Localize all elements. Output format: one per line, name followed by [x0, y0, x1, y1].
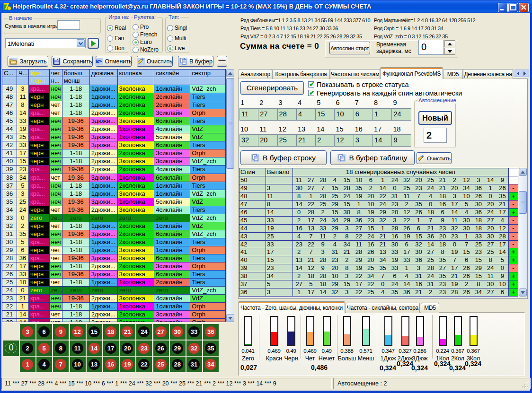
- history-table[interactable]: С...Ч...Кра...четбольшдюжинаколонкасикла…: [2, 69, 226, 322]
- tab-freq-chances[interactable]: Частота - Zero, шансы, дюжины, колонки: [238, 301, 345, 313]
- tab-md5[interactable]: MD5: [443, 69, 463, 79]
- felt-cell-21[interactable]: 21: [120, 324, 135, 340]
- felt-cell-18[interactable]: 18: [103, 324, 119, 340]
- felt-cell-4[interactable]: 4: [36, 357, 52, 372]
- tab-контроль-банкролла[interactable]: Контроль банкролла: [272, 69, 330, 79]
- radio-option-live[interactable]: Live: [167, 45, 185, 52]
- preset-combobox[interactable]: 1Melonati: [5, 38, 86, 48]
- felt-cell-20[interactable]: 20: [120, 341, 135, 356]
- close-button[interactable]: [519, 3, 529, 12]
- generated-table[interactable]: СпинВыпало18 сгенерированных случайных ч…: [239, 168, 518, 297]
- tab-деление-колеса-на[interactable]: Деление колеса на: [463, 69, 513, 79]
- tab-функционал-psevdoms[interactable]: Функционал PsevdoMS: [380, 67, 443, 79]
- radio-option-fan[interactable]: Fan: [107, 35, 124, 42]
- autospin-start-button[interactable]: Автоспин старт: [329, 42, 370, 54]
- felt-cell-1[interactable]: 1: [20, 357, 35, 372]
- radio-option-nozero[interactable]: NoZero: [133, 47, 159, 53]
- felt-cell-31[interactable]: 31: [186, 357, 202, 372]
- generate-each-spin-checkbox[interactable]: ✔: [308, 90, 314, 96]
- tab-md5-bottom[interactable]: MD5: [421, 303, 439, 313]
- felt-cell-17[interactable]: 17: [103, 341, 119, 356]
- tab-анализатор[interactable]: Анализатор: [239, 69, 272, 79]
- show-in-status-checkbox[interactable]: ✔: [308, 81, 314, 87]
- felt-cell-12[interactable]: 12: [70, 324, 86, 340]
- delay-input[interactable]: 0: [418, 40, 444, 55]
- tab-scroll-right-icon[interactable]: [523, 71, 527, 76]
- tab-scroll-arrows[interactable]: [514, 70, 529, 77]
- copy-table-button[interactable]: В буфер таблицу: [330, 150, 415, 165]
- minimize-button[interactable]: [498, 3, 508, 12]
- felt-cell-35[interactable]: 35: [203, 341, 219, 356]
- radio-option-multi[interactable]: Multi: [167, 35, 186, 42]
- felt-cell-2[interactable]: 2: [20, 341, 35, 356]
- felt-cell-11[interactable]: 11: [70, 341, 86, 356]
- combobox-dropdown-button[interactable]: [77, 39, 85, 47]
- felt-cell-6[interactable]: 6: [36, 324, 52, 340]
- scrollbar-up-button[interactable]: [226, 69, 234, 77]
- felt-cell-7[interactable]: 7: [53, 357, 69, 372]
- felt-cell-28[interactable]: 28: [170, 357, 186, 372]
- felt-cell-16[interactable]: 16: [103, 357, 119, 372]
- tab-freq-sixlines[interactable]: Частота - сиклайны, сектора: [346, 303, 420, 313]
- toolbar-button-save[interactable]: Сохранить: [52, 56, 93, 67]
- felt-cell-27[interactable]: 27: [153, 324, 169, 340]
- felt-cell-8[interactable]: 8: [53, 341, 69, 356]
- toolbar-button-copy[interactable]: В буфер: [178, 56, 213, 67]
- history-table-scrollbar[interactable]: [226, 69, 234, 322]
- toolbar-button-undo[interactable]: Отменить: [96, 56, 132, 67]
- felt-cell-30[interactable]: 30: [170, 324, 186, 340]
- felt-cell-14[interactable]: 14: [87, 341, 102, 356]
- radio-option-real[interactable]: Real: [107, 25, 126, 31]
- play-button[interactable]: [88, 38, 99, 49]
- radio-option-french[interactable]: French: [133, 32, 157, 38]
- generated-table-scrollbar[interactable]: [519, 168, 527, 297]
- toolbar-button-brush[interactable]: Очистить: [137, 56, 173, 67]
- radio-option-euro[interactable]: Euro: [133, 39, 152, 45]
- radio-option-pro[interactable]: Pro: [133, 24, 149, 30]
- generate-button[interactable]: Сгенерировать: [240, 81, 304, 95]
- history-cell-spin: 42: [2, 141, 17, 149]
- felt-cell-19[interactable]: 19: [120, 357, 135, 372]
- radio-option-bon[interactable]: Bon: [107, 45, 124, 52]
- scrollbar-down-button[interactable]: [226, 314, 234, 322]
- maximize-button[interactable]: [508, 3, 518, 12]
- autoshift-input[interactable]: 2: [424, 128, 447, 143]
- toolbar-button-minus[interactable]: —: [217, 56, 227, 67]
- tab-частоты-по-числам[interactable]: Частоты по числам: [330, 69, 380, 79]
- felt-cell-13[interactable]: 13: [87, 357, 102, 372]
- history-header-cell: [118, 77, 155, 85]
- resize-grip[interactable]: [522, 382, 529, 389]
- scrollbar-thumb[interactable]: [226, 78, 234, 169]
- felt-cell-22[interactable]: 22: [136, 357, 152, 372]
- scrollbar-thumb[interactable]: [519, 191, 527, 214]
- felt-cell-3[interactable]: 3: [20, 324, 35, 340]
- felt-cell-10[interactable]: 10: [70, 357, 86, 372]
- felt-cell-36[interactable]: 36: [203, 324, 219, 340]
- copy-row-button[interactable]: В буфер строку: [240, 150, 327, 165]
- new-button[interactable]: Новый: [418, 111, 452, 125]
- start-sum-input[interactable]: [57, 20, 80, 30]
- felt-cell-23[interactable]: 23: [136, 341, 152, 356]
- delay-spin-down-button[interactable]: [444, 48, 455, 55]
- toolbar-button-open-folder[interactable]: Загрузить: [8, 56, 48, 67]
- tab-scroll-left-icon[interactable]: [516, 71, 520, 76]
- history-cell-s6: 6сиклайн: [154, 117, 190, 125]
- felt-cell-25[interactable]: 25: [153, 357, 169, 372]
- felt-cell-9[interactable]: 9: [53, 324, 69, 340]
- title-bar[interactable]: HelperRoullet 4.32- create helperroullet…: [0, 0, 532, 13]
- felt-cell-5[interactable]: 5: [36, 341, 52, 356]
- radio-option-singl[interactable]: Singl: [167, 25, 187, 31]
- felt-cell-33[interactable]: 33: [186, 324, 202, 340]
- scrollbar-up-button[interactable]: [519, 168, 527, 176]
- felt-cell-29[interactable]: 29: [170, 341, 186, 356]
- felt-cell-15[interactable]: 15: [87, 324, 102, 340]
- delay-spin-up-button[interactable]: [444, 40, 455, 47]
- felt-cell-zero[interactable]: 0: [3, 341, 19, 356]
- felt-cell-24[interactable]: 24: [136, 324, 152, 340]
- scrollbar-track[interactable]: [519, 168, 527, 297]
- felt-cell-26[interactable]: 26: [153, 341, 169, 356]
- clear-button[interactable]: Очистить: [417, 152, 452, 164]
- felt-cell-34[interactable]: 34: [203, 357, 219, 372]
- scrollbar-down-button[interactable]: [519, 288, 527, 297]
- felt-cell-32[interactable]: 32: [186, 341, 202, 356]
